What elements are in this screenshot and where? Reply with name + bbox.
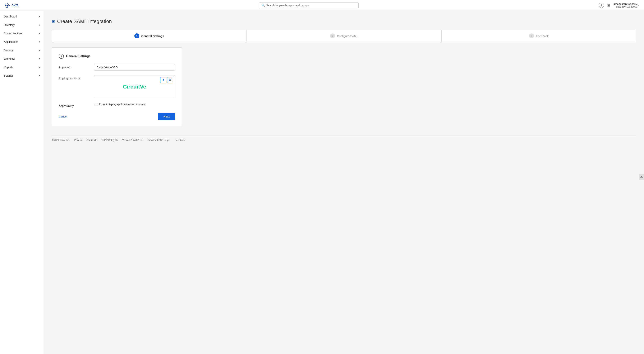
- okta-logo-text: okta: [12, 3, 18, 7]
- svg-rect-5: [4, 4, 6, 5]
- sidebar-item-label-reports: Reports: [4, 66, 13, 69]
- layout: Dashboard ▾ Directory ▾ Customizations ▾…: [0, 11, 644, 354]
- page-title-grid-icon: ⊞: [52, 19, 55, 24]
- chevron-down-icon: ▾: [39, 74, 40, 77]
- footer-link-plugin[interactable]: Download Okta Plugin: [148, 139, 170, 141]
- logo-upload-button[interactable]: ⬆: [160, 77, 166, 83]
- app-name-control: [94, 64, 175, 71]
- sidebar-item-directory[interactable]: Directory ▾: [0, 21, 44, 29]
- sidebar-item-label-security: Security: [4, 49, 14, 52]
- expand-icon: ◁▷: [640, 176, 643, 178]
- app-logo-control: ⬆ 🗑 CircuitVe: [94, 75, 175, 98]
- sidebar-item-label-dashboard: Dashboard: [4, 15, 17, 18]
- app-name-row: App name: [59, 64, 175, 71]
- sidebar-item-label-workflow: Workflow: [4, 57, 15, 60]
- search-input[interactable]: [266, 4, 356, 7]
- user-text: amanasrani1712@... okta-dev-10049931: [614, 3, 638, 8]
- chevron-down-icon: ▾: [39, 49, 40, 52]
- step-1-num: 1: [134, 33, 139, 38]
- step-3: 3 Feedback: [442, 30, 636, 42]
- chevron-down-icon: ▾: [39, 15, 40, 18]
- username: amanasrani1712@...: [614, 3, 638, 5]
- app-visibility-checkbox-row: Do not display application icon to users: [94, 103, 175, 106]
- sidebar-item-settings[interactable]: Settings ▾: [0, 71, 44, 80]
- app-visibility-checkbox-label[interactable]: Do not display application icon to users: [99, 103, 146, 106]
- step-2: 2 Configure SAML: [247, 30, 442, 42]
- chevron-down-icon: ▾: [39, 24, 40, 26]
- page-title-row: ⊞ Create SAML Integration: [52, 19, 636, 24]
- step-3-num: 3: [529, 33, 534, 38]
- app-visibility-checkbox[interactable]: [94, 103, 97, 106]
- topnav-right: ? ⊞ amanasrani1712@... okta-dev-10049931…: [599, 3, 640, 8]
- app-logo-label-text: App logo: [59, 77, 70, 80]
- app-logo-label: App logo (optional): [59, 75, 90, 80]
- search-icon: 🔍: [262, 4, 265, 7]
- expand-panel[interactable]: ◁▷: [639, 174, 644, 180]
- chevron-down-icon: ▾: [39, 66, 40, 69]
- sidebar-item-workflow[interactable]: Workflow ▾: [0, 55, 44, 63]
- sidebar-item-applications[interactable]: Applications ▾: [0, 38, 44, 46]
- step-1-label: General Settings: [141, 34, 164, 38]
- chevron-down-icon: ▾: [39, 41, 40, 43]
- sidebar-item-security[interactable]: Security ▾: [0, 46, 44, 55]
- form-section-header: 1 General Settings: [59, 54, 175, 59]
- sidebar-item-label-applications: Applications: [4, 40, 18, 43]
- chevron-down-icon: ▾: [39, 32, 40, 35]
- sidebar-item-label-customizations: Customizations: [4, 32, 22, 35]
- app-name-label: App name: [59, 64, 90, 69]
- sidebar: Dashboard ▾ Directory ▾ Customizations ▾…: [0, 11, 44, 354]
- main-content: ⊞ Create SAML Integration 1 General Sett…: [44, 11, 644, 354]
- step-2-label: Configure SAML: [337, 34, 358, 38]
- footer-link-privacy[interactable]: Privacy: [74, 139, 82, 141]
- app-logo-row: App logo (optional) ⬆ 🗑 CircuitVe: [59, 75, 175, 98]
- footer-link-status[interactable]: Status site: [86, 139, 97, 141]
- user-info[interactable]: amanasrani1712@... okta-dev-10049931 ▾: [614, 3, 640, 8]
- okta-logo-icon: [4, 3, 10, 8]
- footer-link-cell[interactable]: OK12 Cell (US): [102, 139, 118, 141]
- footer-link-feedback[interactable]: Feedback: [175, 139, 185, 141]
- okta-logo[interactable]: okta: [4, 3, 18, 8]
- app-visibility-label: App visibility: [59, 103, 90, 107]
- svg-point-0: [6, 5, 8, 6]
- svg-rect-1: [7, 3, 8, 4]
- app-logo-optional: (optional): [70, 77, 81, 80]
- logo-delete-button[interactable]: 🗑: [167, 77, 173, 83]
- grid-icon[interactable]: ⊞: [607, 3, 610, 8]
- search-bar[interactable]: 🔍: [259, 3, 358, 8]
- svg-rect-7: [6, 7, 7, 8]
- topnav-left: okta: [4, 3, 18, 8]
- chevron-down-icon: ▾: [39, 57, 40, 60]
- sidebar-item-reports[interactable]: Reports ▾: [0, 63, 44, 71]
- app-visibility-control: Do not display application icon to users: [94, 103, 175, 106]
- topnav: okta 🔍 ? ⊞ amanasrani1712@... okta-dev-1…: [0, 0, 644, 11]
- help-icon[interactable]: ?: [599, 3, 604, 8]
- section-title: General Settings: [66, 55, 90, 58]
- page-title: Create SAML Integration: [57, 19, 112, 24]
- footer: © 2024 Okta, Inc. Privacy Status site OK…: [52, 135, 636, 141]
- stepper: 1 General Settings 2 Configure SAML 3 Fe…: [52, 30, 636, 42]
- logo-preview: CircuitVe: [123, 84, 146, 90]
- user-chevron-down-icon: ▾: [638, 4, 640, 7]
- step-3-label: Feedback: [536, 34, 548, 38]
- sidebar-item-dashboard[interactable]: Dashboard ▾: [0, 12, 44, 21]
- sidebar-item-label-directory: Directory: [4, 24, 14, 27]
- user-org: okta-dev-10049931: [614, 5, 638, 8]
- footer-version: Version 2024.07.1 E: [122, 139, 143, 141]
- sidebar-item-label-settings: Settings: [4, 74, 14, 77]
- step-2-num: 2: [330, 33, 335, 38]
- step-1: 1 General Settings: [52, 30, 247, 42]
- topnav-center: 🔍: [259, 3, 358, 8]
- logo-upload-area[interactable]: ⬆ 🗑 CircuitVe: [94, 75, 175, 98]
- footer-copyright: © 2024 Okta, Inc.: [52, 139, 70, 141]
- app-name-input[interactable]: [94, 64, 175, 71]
- section-num: 1: [59, 54, 64, 59]
- form-actions: Cancel Next: [59, 113, 175, 120]
- cancel-button[interactable]: Cancel: [59, 115, 67, 118]
- svg-rect-3: [5, 5, 6, 6]
- sidebar-item-customizations[interactable]: Customizations ▾: [0, 29, 44, 38]
- form-card: 1 General Settings App name App logo (op…: [52, 47, 182, 126]
- app-visibility-row: App visibility Do not display applicatio…: [59, 103, 175, 107]
- next-button[interactable]: Next: [158, 113, 175, 120]
- logo-upload-buttons: ⬆ 🗑: [160, 77, 173, 83]
